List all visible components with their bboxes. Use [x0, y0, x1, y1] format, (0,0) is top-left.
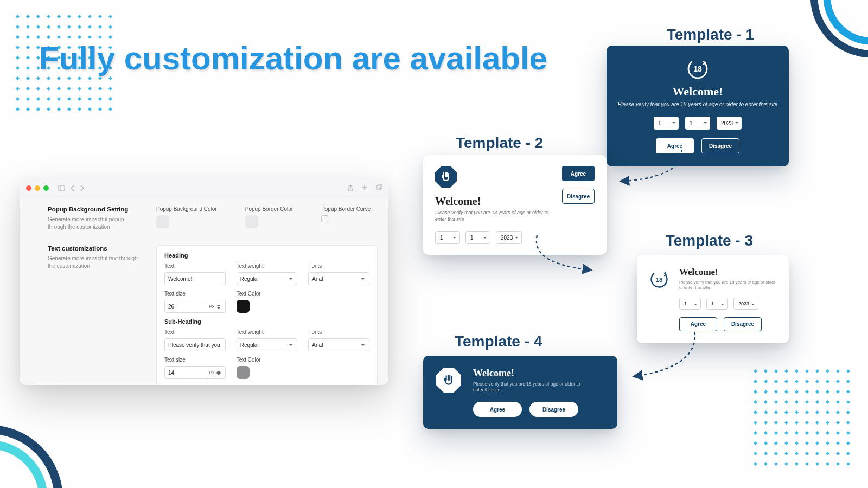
action-buttons: Agree Disagree	[562, 166, 595, 204]
text-label: Text	[164, 329, 226, 335]
disagree-button[interactable]: Disagree	[724, 317, 762, 331]
template-2-label: Template - 2	[456, 134, 543, 152]
sub-color-swatch[interactable]	[237, 366, 250, 379]
size-label: Text size	[164, 291, 226, 297]
agree-button[interactable]: Agree	[562, 166, 595, 181]
font-label: Fonts	[308, 329, 369, 335]
agree-button[interactable]: Agree	[473, 402, 522, 417]
heading-weight-select[interactable]: Regular	[237, 272, 298, 285]
nav-tools	[58, 185, 85, 191]
svg-rect-7	[378, 184, 382, 189]
back-icon[interactable]	[71, 185, 75, 191]
section-desc: Generate more impactful text through the…	[48, 255, 140, 270]
heading-font-select[interactable]: Arial	[308, 272, 369, 285]
welcome-title: Welcome!	[473, 368, 604, 379]
popup-bg-section: Popup Background Setting Generate more i…	[48, 206, 378, 231]
svg-text:18: 18	[693, 65, 702, 73]
welcome-title: Welcome!	[607, 85, 789, 99]
date-select-row: 112023	[435, 231, 554, 244]
dot-pattern-bottom-right	[754, 370, 850, 465]
text-label: Text	[164, 263, 226, 269]
sidebar-icon[interactable]	[58, 185, 65, 191]
year-select[interactable]: 2023	[717, 117, 742, 130]
share-icon[interactable]	[347, 184, 354, 192]
section-desc: Generate more impactful popup through th…	[48, 216, 140, 231]
bg-color-swatch[interactable]	[156, 215, 169, 228]
size-unit[interactable]: Px	[205, 366, 226, 379]
card-subheading: Sub-Heading	[164, 318, 369, 325]
section-title: Popup Background Setting	[48, 206, 140, 213]
age-18-icon: 18+	[686, 57, 709, 80]
arc-top-right	[797, 0, 868, 70]
month-select[interactable]: 1	[706, 298, 728, 310]
date-select-row: 112023	[607, 117, 789, 130]
year-select[interactable]: 2023	[496, 231, 522, 244]
age-18-icon: 18+	[649, 269, 669, 290]
border-color-swatch[interactable]	[245, 215, 258, 228]
svg-text:+: +	[664, 271, 667, 276]
border-color-label: Popup Border Color	[245, 206, 293, 212]
traffic-lights	[26, 185, 49, 191]
sub-font-select[interactable]: Arial	[308, 338, 369, 351]
stop-hand-icon	[436, 368, 461, 393]
heading-color-swatch[interactable]	[237, 300, 250, 313]
stop-hand-icon	[435, 166, 457, 188]
template-2-card: Welcome! Please verify that you are 18 y…	[423, 155, 607, 255]
sub-size-input[interactable]	[164, 366, 205, 379]
welcome-title: Welcome!	[435, 195, 554, 208]
template-1-card: 18+ Welcome! Please verify that you are …	[607, 46, 789, 166]
color-label: Text Color	[237, 291, 298, 297]
color-label: Text Color	[237, 357, 298, 363]
action-buttons: AgreeDisagree	[473, 402, 604, 417]
svg-text:+: +	[704, 60, 706, 65]
plus-icon[interactable]	[361, 184, 368, 191]
template-1-label: Template - 1	[667, 26, 754, 43]
copy-icon[interactable]	[375, 184, 382, 191]
welcome-sub: Please verify that you are 18 years of a…	[473, 381, 587, 393]
font-label: Fonts	[308, 263, 369, 269]
template-3-card: 18+ Welcome! Please verify that you are …	[637, 255, 789, 343]
welcome-sub: Please verify that you are 18 years of a…	[607, 101, 789, 108]
text-section: Text customizations Generate more impact…	[48, 245, 378, 385]
bg-color-label: Popup Background Color	[156, 206, 217, 212]
section-title: Text customizations	[48, 245, 140, 252]
month-select[interactable]: 1	[685, 117, 710, 130]
action-buttons: AgreeDisagree	[607, 138, 789, 153]
size-unit[interactable]: Px	[205, 300, 226, 313]
agree-button[interactable]: Agree	[656, 138, 694, 153]
disagree-button[interactable]: Disagree	[529, 402, 578, 417]
svg-text:18: 18	[655, 276, 663, 283]
disagree-button[interactable]: Disagree	[701, 138, 739, 153]
weight-label: Text weight	[237, 263, 298, 269]
weight-label: Text weight	[237, 329, 298, 335]
welcome-title: Welcome!	[679, 267, 777, 278]
template-3-label: Template - 3	[666, 232, 753, 249]
heading-size-input[interactable]	[164, 300, 205, 313]
day-select[interactable]: 1	[654, 117, 679, 130]
size-label: Text size	[164, 357, 226, 363]
template-4-label: Template - 4	[455, 333, 542, 350]
disagree-button[interactable]: Disagree	[562, 189, 595, 204]
welcome-sub: Please verify that you are 18 years of a…	[435, 210, 554, 222]
arc-bottom-left	[0, 412, 76, 488]
sub-text-input[interactable]	[164, 338, 226, 351]
welcome-sub: Please verify that you are 18 years of a…	[679, 280, 777, 291]
day-select[interactable]: 1	[679, 298, 701, 310]
border-curve-checkbox[interactable]	[321, 215, 328, 222]
agree-button[interactable]: Agree	[679, 317, 717, 331]
heading-text-input[interactable]	[164, 272, 226, 285]
template-4-card: Welcome! Please verify that you are 18 y…	[423, 356, 617, 429]
month-select[interactable]: 1	[465, 231, 490, 244]
settings-window: Popup Background Setting Generate more i…	[20, 179, 388, 385]
card-heading: Heading	[164, 252, 369, 259]
window-titlebar	[20, 179, 388, 197]
date-select-row: 112023	[679, 298, 777, 310]
day-select[interactable]: 1	[435, 231, 460, 244]
svg-rect-6	[376, 185, 381, 190]
headline: Fully customization are available	[39, 38, 547, 80]
year-select[interactable]: 2023	[733, 298, 758, 310]
svg-rect-4	[58, 185, 65, 191]
sub-weight-select[interactable]: Regular	[237, 338, 298, 351]
forward-icon[interactable]	[80, 185, 85, 191]
window-body: Popup Background Setting Generate more i…	[20, 197, 388, 385]
